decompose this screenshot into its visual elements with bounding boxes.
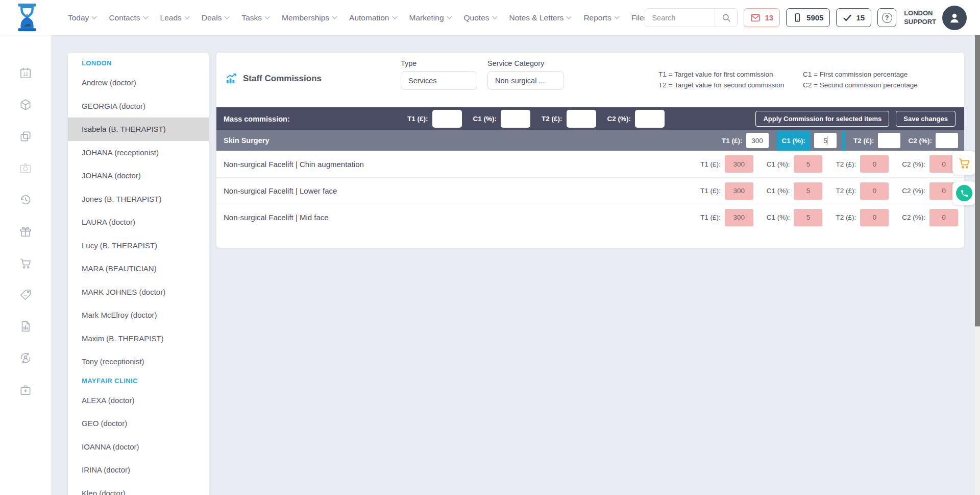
nav-item[interactable]: Automation <box>349 13 396 22</box>
service-field-input[interactable] <box>725 155 753 173</box>
mail-badge[interactable]: 13 <box>744 8 780 27</box>
sidebar-item-packages[interactable] <box>19 98 32 111</box>
category-t2-input[interactable] <box>878 133 900 148</box>
sidebar-item-account-sync[interactable] <box>19 351 32 365</box>
briefcase-icon <box>19 383 32 396</box>
sidebar-item-calendar[interactable]: 12 <box>19 66 32 80</box>
phone-badge[interactable]: 5905 <box>786 8 830 27</box>
staff-list-item[interactable]: ALEXA (doctor) <box>68 389 209 412</box>
sidebar-item-cart[interactable] <box>19 256 32 270</box>
mass-field-input[interactable] <box>635 110 665 128</box>
tasks-badge[interactable]: 15 <box>836 8 871 27</box>
mass-field-input[interactable] <box>432 110 462 128</box>
staff-list-item[interactable]: Andrew (doctor) <box>68 71 209 95</box>
service-field-input[interactable] <box>860 155 889 173</box>
staff-list-item[interactable]: Isabela (B. THERAPIST) <box>68 117 209 141</box>
category-c2-input[interactable] <box>936 133 958 148</box>
nav-item[interactable]: Marketing <box>409 13 451 22</box>
staff-list-item[interactable]: Jones (B. THERAPIST) <box>68 187 209 211</box>
envelope-icon <box>750 13 761 23</box>
sidebar-item-duplicate[interactable] <box>19 130 32 143</box>
icon-sidebar: 12 <box>0 35 51 495</box>
save-changes-button[interactable]: Save changes <box>896 111 955 127</box>
c1-label-highlighted: C1 (%): <box>777 130 811 151</box>
nav-item[interactable]: Contacts <box>109 13 147 22</box>
staff-list-item[interactable]: IOANNA (doctor) <box>68 435 209 459</box>
nav-item[interactable]: Deals <box>202 13 229 22</box>
service-field-input[interactable] <box>725 182 753 200</box>
service-field-input[interactable] <box>794 182 822 200</box>
search-button[interactable] <box>715 9 737 27</box>
nav-item[interactable]: Reports <box>583 13 618 22</box>
c2-label: C2 (%): <box>909 137 933 145</box>
service-field-input[interactable] <box>794 209 822 226</box>
nav-item[interactable]: Memberships <box>282 13 336 22</box>
service-field: C2 (%): <box>902 182 958 200</box>
search-input[interactable] <box>645 9 715 27</box>
staff-list-item[interactable]: JOHANA (receptionist) <box>68 141 209 164</box>
price-tag-icon <box>19 288 32 301</box>
apply-commission-button[interactable]: Apply Commission for selected items <box>755 111 889 127</box>
history-icon <box>19 193 32 206</box>
service-field: C1 (%): <box>767 209 823 226</box>
nav-item[interactable]: Notes & Letters <box>509 13 571 22</box>
service-field-input[interactable] <box>725 209 753 226</box>
cart-icon <box>958 156 971 170</box>
staff-group-title: LONDON <box>68 56 209 71</box>
phone-fab-button[interactable] <box>952 181 976 205</box>
staff-list-item[interactable]: Maxim (B. THERAPIST) <box>68 327 209 350</box>
mass-field: C2 (%): <box>607 110 665 128</box>
page-scrollbar <box>975 35 980 495</box>
service-field: T2 (£): <box>836 182 889 200</box>
staff-list-item[interactable]: Mark McElroy (doctor) <box>68 303 209 327</box>
service-category-select[interactable]: Non-surgical ... <box>487 71 564 90</box>
service-field-input[interactable] <box>860 182 889 200</box>
service-field-input[interactable] <box>860 209 889 226</box>
user-name[interactable]: LONDON SUPPORT <box>904 9 936 27</box>
chevron-down-icon <box>225 14 230 19</box>
staff-list-item[interactable]: JOHANA (doctor) <box>68 164 209 187</box>
service-category-label: Service Category <box>487 59 564 67</box>
staff-list-item[interactable]: MARA (BEAUTICIAN) <box>68 257 209 280</box>
staff-list-item[interactable]: Tony (receptionist) <box>68 350 209 373</box>
phone-number: 5905 <box>806 13 823 22</box>
sidebar-item-case[interactable] <box>19 383 32 396</box>
staff-list-item[interactable]: Kleo (doctor) <box>68 482 209 495</box>
category-row: Skin Surgery T1 (£): C1 (%): T2 (£): C2 … <box>216 130 964 151</box>
nav-item[interactable]: Leads <box>160 13 189 22</box>
nav-item[interactable]: Today <box>68 13 96 22</box>
mass-field: T1 (£): <box>407 110 462 128</box>
cart-fab-button[interactable] <box>952 151 976 175</box>
service-row: Non-surgical Facelift | Chin augmentatio… <box>216 151 964 177</box>
staff-list-item[interactable]: MARK JOHNES (doctor) <box>68 280 209 304</box>
help-button[interactable]: ? <box>877 8 896 27</box>
check-icon <box>843 13 852 22</box>
scrollbar-thumb[interactable] <box>975 35 980 326</box>
mass-field-input[interactable] <box>567 110 596 128</box>
staff-list-item[interactable]: GEO (doctor) <box>68 412 209 435</box>
type-select[interactable]: Services <box>401 71 477 90</box>
service-field-input[interactable] <box>794 155 822 173</box>
account-sync-icon <box>19 351 32 365</box>
t1-label: T1 (£): <box>722 137 743 145</box>
t2-label: T2 (£): <box>853 137 874 145</box>
sidebar-item-reports[interactable] <box>19 320 32 333</box>
category-c1-input[interactable] <box>814 133 837 148</box>
app-logo[interactable] <box>12 3 42 33</box>
mass-field-input[interactable] <box>501 110 530 128</box>
nav-item[interactable]: Quotes <box>464 13 497 22</box>
staff-list-item[interactable]: IRINA (doctor) <box>68 458 209 482</box>
sidebar-item-camera[interactable] <box>19 161 32 175</box>
category-t1-input[interactable] <box>746 133 769 148</box>
staff-list-item[interactable]: Lucy (B. THERAPIST) <box>68 234 209 257</box>
staff-list-item[interactable]: LAURA (doctor) <box>68 210 209 234</box>
avatar[interactable] <box>942 6 967 30</box>
sidebar-item-pricing[interactable] <box>19 288 32 301</box>
staff-list-item[interactable]: GEORGIA (doctor) <box>68 95 209 118</box>
service-name: Non-surgical Facelift | Lower face <box>224 186 337 195</box>
legend-commissions: C1 = First commission percentage C2 = Se… <box>803 69 918 90</box>
service-field-input[interactable] <box>929 209 958 226</box>
sidebar-item-gifts[interactable] <box>19 225 32 238</box>
nav-item[interactable]: Tasks <box>241 13 269 22</box>
sidebar-item-history[interactable] <box>19 193 32 206</box>
